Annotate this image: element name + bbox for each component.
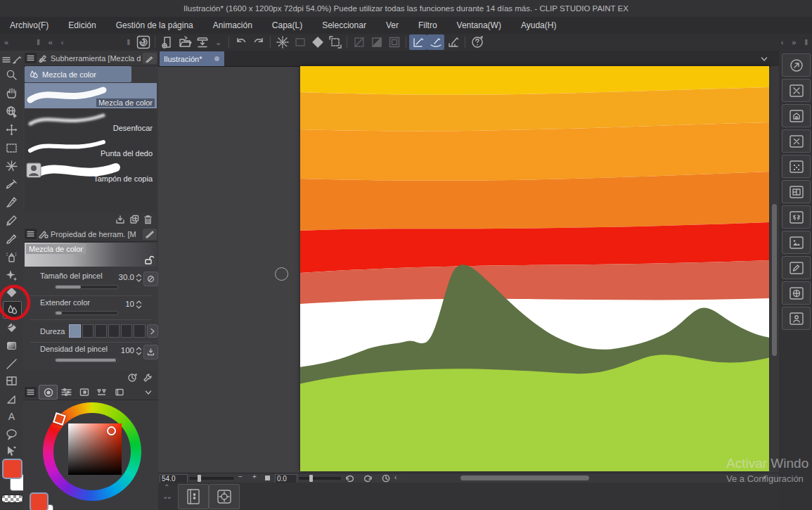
quick-access-dock-button[interactable] <box>782 53 811 77</box>
horizontal-scrollbar-thumb[interactable] <box>460 476 589 480</box>
unlock-icon[interactable] <box>144 255 154 265</box>
material-dock-button-2[interactable] <box>782 104 811 127</box>
subview-button[interactable] <box>178 484 209 509</box>
vertical-scrollbar[interactable] <box>771 66 779 473</box>
brush-density-spinner-icon[interactable] <box>136 345 142 357</box>
menu-gestion-pagina[interactable]: Gestión de la página <box>106 17 203 34</box>
document-tab[interactable]: Ilustración* <box>160 51 224 66</box>
subtool-item-punta-del-dedo[interactable]: Punta del dedo <box>25 134 157 160</box>
marquee-tool[interactable] <box>3 140 20 156</box>
delete-subtool-icon[interactable] <box>143 215 153 224</box>
expand-right-icon[interactable]: » <box>787 38 800 46</box>
material-dock-button-8[interactable] <box>782 256 811 279</box>
tab-approx-color[interactable] <box>110 385 128 399</box>
snap-grid-button[interactable] <box>444 34 462 50</box>
material-dock-button-1[interactable] <box>782 79 811 102</box>
wrench-icon[interactable] <box>143 373 153 383</box>
open-file-button[interactable] <box>176 34 193 50</box>
menu-ver[interactable]: Ver <box>376 17 408 34</box>
subtool-item-mezcla[interactable]: Mezcla de color <box>25 83 157 109</box>
snap-ruler-button[interactable] <box>409 34 427 50</box>
frame-border-tool[interactable] <box>3 373 20 389</box>
brush-size-slider[interactable] <box>55 285 118 289</box>
brush-density-dynamics-button[interactable] <box>143 345 158 359</box>
menu-filtro[interactable]: Filtro <box>408 17 447 34</box>
material-dock-button-5[interactable] <box>782 180 811 203</box>
hardness-more-button[interactable] <box>147 324 158 338</box>
figure-tool[interactable] <box>3 356 20 372</box>
menu-ayuda[interactable]: Ayuda(H) <box>511 17 566 34</box>
object-tool[interactable] <box>3 443 20 459</box>
text-tool[interactable]: A <box>3 408 20 424</box>
hardness-level-4[interactable] <box>108 324 120 338</box>
vertical-scrollbar-thumb[interactable] <box>772 204 777 356</box>
panel-foreground-swatch[interactable] <box>30 492 49 510</box>
tool-property-menu-icon[interactable] <box>25 229 37 239</box>
brush-tool[interactable] <box>3 231 20 247</box>
canvas-document[interactable] <box>300 66 769 471</box>
reset-defaults-icon[interactable] <box>127 373 137 383</box>
zoom-slider-thumb[interactable] <box>198 475 201 482</box>
rotate-left-icon[interactable] <box>345 474 354 483</box>
move-tool[interactable] <box>3 122 20 138</box>
import-subtool-icon[interactable] <box>115 215 125 224</box>
auto-select-tool[interactable] <box>3 158 20 174</box>
hand-tool[interactable] <box>3 85 20 101</box>
crop-selection-button[interactable] <box>350 34 368 50</box>
collapse-left-icon[interactable]: « <box>0 38 13 46</box>
hardness-level-5[interactable] <box>121 324 132 338</box>
scroll-right-icon[interactable]: › <box>763 473 765 481</box>
material-dock-button-10[interactable] <box>782 307 811 330</box>
hardness-level-1[interactable] <box>69 324 80 338</box>
material-dock-button-4[interactable] <box>782 155 811 178</box>
divider-handle-icon[interactable]: ‖ <box>32 38 44 46</box>
document-tab-close-icon[interactable] <box>214 56 219 61</box>
collapse-left2-icon[interactable]: « <box>44 38 57 46</box>
brush-size-unit-button[interactable] <box>143 272 158 286</box>
zoom-out-icon[interactable]: − <box>238 473 243 480</box>
gradient-selection-button[interactable] <box>368 34 385 50</box>
menu-capa[interactable]: Capa(L) <box>262 17 312 34</box>
brush-density-value[interactable]: 100 <box>113 346 134 355</box>
pencil-tool[interactable] <box>3 212 20 229</box>
menu-animacion[interactable]: Animación <box>203 17 262 34</box>
navigator-button[interactable] <box>209 484 240 509</box>
csp-logo-button[interactable] <box>134 34 152 50</box>
brush-size-spinner-icon[interactable] <box>136 272 142 283</box>
material-dock-button-6[interactable] <box>782 205 811 229</box>
undo-button[interactable] <box>232 34 250 50</box>
border-selection-button[interactable] <box>385 34 403 50</box>
balloon-tool[interactable] <box>3 426 20 442</box>
deselect-button[interactable] <box>273 34 291 50</box>
menu-archivo[interactable]: Archivo(F) <box>0 17 58 34</box>
reselect-button[interactable] <box>291 34 309 50</box>
color-panel-menu-icon[interactable] <box>25 387 37 397</box>
subtool-edit-icon[interactable] <box>143 53 157 64</box>
save-dropdown-icon[interactable]: ⌄ <box>211 38 226 47</box>
eraser-tool[interactable] <box>3 284 20 300</box>
collapse-right-icon[interactable]: ‹ <box>777 38 788 46</box>
hardness-level-2[interactable] <box>82 324 94 338</box>
menu-seleccionar[interactable]: Seleccionar <box>312 17 376 34</box>
hardness-level-6[interactable] <box>134 324 145 338</box>
collapse-up-icon[interactable]: ⌃ <box>164 483 169 491</box>
tab-list-dropdown-icon[interactable] <box>761 56 768 62</box>
redo-button[interactable] <box>250 34 267 50</box>
transparent-color-swatch[interactable] <box>1 495 23 503</box>
hardness-level-3[interactable] <box>95 324 106 338</box>
horizontal-scrollbar[interactable] <box>406 475 760 481</box>
divider-handle2-icon[interactable]: ‖ <box>122 38 134 46</box>
rotation-slider-thumb[interactable] <box>309 475 313 482</box>
extend-color-spinner-icon[interactable] <box>136 299 142 310</box>
collapse-left3-icon[interactable]: ‹ <box>57 38 68 46</box>
eyedropper-tool[interactable] <box>3 177 20 193</box>
color-panel-dropdown-icon[interactable] <box>139 385 157 399</box>
help-button[interactable] <box>468 34 486 50</box>
scroll-left-icon[interactable]: ‹ <box>394 473 397 481</box>
operation-rotate-tool[interactable] <box>3 103 20 120</box>
tab-color-wheel[interactable] <box>39 385 58 400</box>
menu-ventana[interactable]: Ventana(W) <box>447 17 511 34</box>
collapse-down-icon[interactable]: ⌄⌄ <box>162 492 170 500</box>
brush-size-value[interactable]: 30.0 <box>113 273 134 281</box>
snap-special-ruler-button[interactable] <box>427 34 444 50</box>
